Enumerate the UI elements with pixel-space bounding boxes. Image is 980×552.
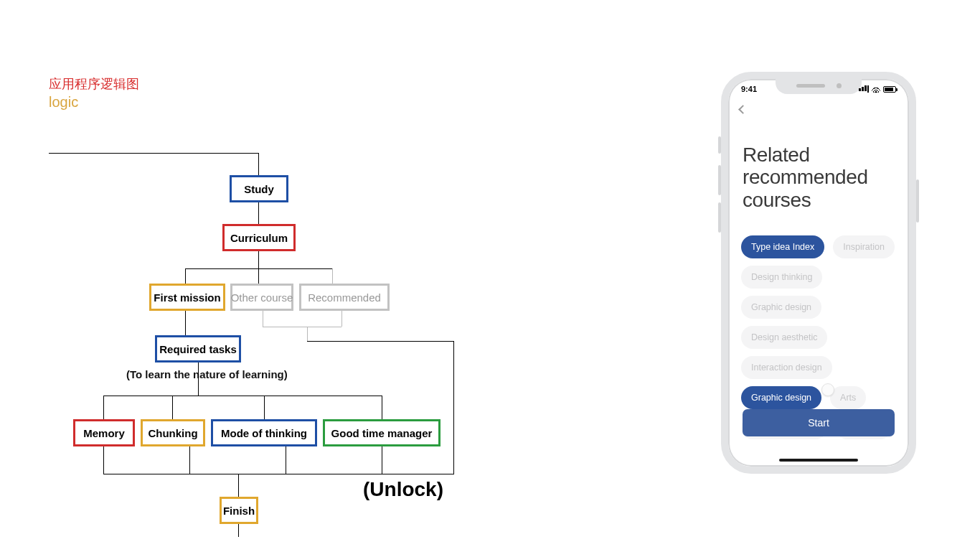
connector — [264, 396, 265, 419]
signal-icon — [859, 85, 869, 93]
start-button-label: Start — [808, 417, 829, 429]
node-label: Mode of thinking — [221, 427, 307, 439]
wifi-icon — [872, 85, 880, 93]
connector — [185, 311, 186, 335]
connector — [382, 396, 382, 419]
node-label: Required tasks — [159, 343, 237, 355]
node-label: Memory — [83, 427, 125, 439]
start-button[interactable]: Start — [743, 409, 895, 436]
node-label: Good time manager — [331, 427, 433, 439]
status-bar: 9:41 — [728, 85, 909, 93]
connector — [263, 327, 341, 327]
phone-side-button — [718, 136, 721, 154]
connector — [258, 251, 259, 268]
course-tag[interactable]: Graphic design — [741, 296, 821, 319]
connector — [453, 341, 454, 474]
touch-indicator-icon — [821, 383, 834, 396]
connector — [103, 396, 382, 396]
course-tag[interactable]: Design thinking — [741, 266, 822, 289]
node-required-tasks: Required tasks — [155, 335, 241, 362]
heading-en: logic — [49, 94, 139, 111]
course-tag[interactable]: Type idea Index — [741, 235, 824, 258]
node-label: Chunking — [148, 427, 197, 439]
connector — [258, 202, 259, 224]
node-other-course: Other course — [230, 284, 293, 311]
connector — [103, 474, 454, 474]
node-study: Study — [230, 175, 288, 202]
node-curriculum: Curriculum — [222, 224, 296, 251]
node-label: Curriculum — [230, 232, 288, 244]
connector — [103, 446, 104, 474]
connector — [382, 446, 382, 474]
node-label: Finish — [223, 505, 255, 517]
connector — [263, 311, 263, 327]
connector — [258, 153, 259, 175]
node-memory: Memory — [73, 419, 135, 446]
node-good-time-manager: Good time manager — [323, 419, 440, 446]
unlock-caption: (Unlock) — [363, 478, 443, 501]
home-indicator[interactable] — [779, 459, 858, 462]
phone-side-button — [718, 202, 721, 233]
node-label: First mission — [154, 291, 220, 304]
connector — [286, 446, 286, 474]
connector — [172, 396, 173, 419]
flowchart: Study Curriculum First mission Other cou… — [49, 151, 472, 538]
node-first-mission: First mission — [149, 284, 225, 311]
course-tag[interactable]: Design aesthetic — [741, 326, 827, 349]
connector — [198, 362, 199, 396]
node-label: Study — [244, 183, 274, 195]
connector — [238, 474, 239, 497]
phone-side-button — [916, 179, 919, 223]
connector — [189, 446, 190, 474]
heading-cn: 应用程序逻辑图 — [49, 75, 139, 93]
course-tag[interactable]: Inspiration — [833, 235, 895, 258]
node-chunking: Chunking — [141, 419, 205, 446]
course-tag[interactable]: Graphic design — [741, 386, 821, 409]
connector — [238, 524, 239, 537]
connector — [307, 341, 453, 342]
back-icon[interactable] — [738, 105, 748, 114]
course-tag[interactable]: Arts — [830, 386, 866, 409]
connector — [307, 327, 308, 341]
node-recommended: Recommended — [299, 284, 390, 311]
connector — [258, 268, 259, 284]
node-label: Recommended — [308, 291, 381, 304]
node-finish: Finish — [220, 497, 258, 524]
node-label: Other course — [231, 291, 293, 304]
connector — [341, 311, 342, 327]
phone-mockup: 9:41 Related recommended courses Type id… — [721, 72, 916, 474]
phone-side-button — [718, 165, 721, 195]
battery-icon — [883, 86, 896, 93]
connector — [49, 153, 258, 154]
connector — [185, 268, 186, 284]
connector — [332, 268, 333, 284]
node-mode-of-thinking: Mode of thinking — [211, 419, 317, 446]
connector — [103, 396, 104, 419]
course-tag[interactable]: Interaction design — [741, 356, 832, 379]
status-time: 9:41 — [741, 85, 757, 93]
page-heading: 应用程序逻辑图 logic — [49, 75, 139, 111]
screen-title: Related recommended courses — [743, 144, 895, 211]
required-subcaption: (To learn the nature of learning) — [126, 368, 288, 380]
